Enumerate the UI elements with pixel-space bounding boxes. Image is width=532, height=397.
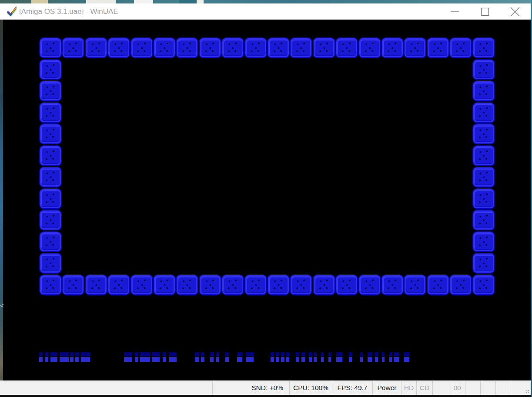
clipped-scroll-text-fragment (169, 352, 177, 362)
wall-tile (40, 275, 61, 294)
maximize-button[interactable] (475, 3, 495, 20)
status-empty-2 (465, 381, 481, 395)
clipped-scroll-text-fragment (328, 352, 331, 362)
wall-tile (473, 146, 494, 165)
wall-tile (291, 275, 311, 294)
clipped-scroll-text-fragment (225, 352, 229, 362)
clipped-scroll-text-fragment (404, 352, 409, 362)
desktop-wallpaper-top-strip (0, 0, 531, 3)
wall-tile (245, 275, 266, 294)
status-sound: SND: +0% (213, 381, 290, 395)
wall-tile (131, 275, 152, 294)
wall-tile (382, 275, 403, 294)
clipped-scroll-text-fragment (276, 352, 279, 362)
minimize-dash-icon (450, 7, 460, 17)
clipped-scroll-text-fragment (75, 352, 79, 362)
wall-tile (473, 232, 494, 251)
wall-tile (268, 275, 289, 294)
wall-tile (473, 189, 494, 208)
clipped-scroll-text-fragment (281, 352, 284, 362)
wall-tile (154, 275, 175, 294)
clipped-scroll-text-fragment (296, 352, 299, 362)
resize-grip[interactable] (528, 392, 529, 393)
wall-tile (336, 275, 357, 294)
status-empty-1 (433, 381, 449, 395)
wall-tile (382, 38, 403, 57)
clipped-scroll-text-fragment (389, 352, 392, 362)
clipped-scroll-text-fragment (237, 352, 242, 362)
status-grip-cell (511, 381, 531, 395)
clipped-scroll-text-fragment (301, 352, 305, 362)
clipped-scroll-text-fragment (195, 352, 199, 362)
status-bar: SND: +0%CPU: 100%FPS: 49.7PowerHDCD00 (0, 380, 531, 395)
clipped-scroll-text-fragment (321, 352, 324, 362)
clipped-scroll-text-fragment (201, 352, 204, 362)
wall-tile (314, 275, 335, 294)
title-bar[interactable]: [Amiga OS 3.1.uae] - WinUAE (0, 3, 531, 20)
wall-tile (428, 38, 448, 57)
wall-tile (314, 38, 335, 57)
clipped-scroll-text-fragment (309, 352, 312, 362)
wall-tile (40, 167, 61, 187)
wall-tile (359, 275, 380, 294)
wall-tile (154, 38, 175, 57)
wall-tile (40, 210, 61, 230)
status-cd-led: CD (417, 381, 433, 395)
wall-tile (40, 232, 61, 251)
wall-tile (450, 275, 471, 294)
clipped-scroll-text-fragment (368, 352, 372, 362)
wall-tile (40, 146, 61, 165)
wall-tile (108, 38, 129, 57)
status-fps: FPS: 49.7 (332, 381, 373, 395)
wall-tile (245, 38, 266, 57)
clipped-scroll-text-fragment (349, 352, 352, 362)
wall-tile (63, 38, 84, 57)
clipped-scroll-text-fragment (286, 352, 289, 362)
window-title: [Amiga OS 3.1.uae] - WinUAE (19, 3, 118, 20)
wall-tile (428, 275, 448, 294)
clipped-scroll-text-fragment (210, 352, 214, 362)
winuae-window: < [Amiga OS 3.1.uae] - WinUAE (0, 0, 532, 397)
clipped-scroll-text-fragment (360, 352, 363, 362)
clipped-scroll-text-fragment (382, 352, 385, 362)
wall-tile (473, 275, 494, 294)
wall-tile (359, 38, 380, 57)
clipped-scroll-text-fragment (163, 352, 166, 362)
winuae-checkmark-icon (6, 6, 17, 17)
status-power-led: Power (373, 381, 402, 395)
maximize-square-icon (481, 7, 489, 16)
wall-tile (40, 189, 61, 208)
wall-tile (405, 38, 425, 57)
wallpaper-window-fragment (134, 0, 153, 3)
wall-tile (336, 38, 357, 57)
clipped-scroll-text-fragment (45, 352, 48, 362)
wall-tile (222, 38, 243, 57)
wall-tile (200, 275, 221, 294)
status-empty-3 (481, 381, 496, 395)
clipped-scroll-text-fragment (246, 352, 254, 362)
wall-tile (177, 275, 197, 294)
status-spacer (0, 381, 213, 395)
wallpaper-window-fragment (179, 0, 198, 3)
clipped-scroll-text-fragment (124, 352, 132, 362)
wall-tile (473, 254, 494, 273)
wall-tile (473, 124, 494, 143)
wall-tile (473, 167, 494, 187)
emulator-display[interactable] (3, 20, 531, 380)
clipped-scroll-text-fragment (135, 352, 138, 362)
status-track-counter: 00 (449, 381, 465, 395)
wall-tile (86, 38, 107, 57)
minimize-button[interactable] (445, 3, 465, 20)
status-empty-4 (496, 381, 511, 395)
close-button[interactable] (505, 3, 525, 20)
wall-tile (40, 38, 61, 57)
window-bottom-edge (0, 395, 531, 397)
wall-tile (131, 38, 152, 57)
wall-tile (291, 38, 311, 57)
status-cpu: CPU: 100% (290, 381, 332, 395)
wall-tile (200, 38, 221, 57)
wall-tile (108, 275, 129, 294)
clipped-scroll-text-fragment (336, 352, 342, 362)
clipped-scroll-text-fragment (152, 352, 160, 362)
desktop-wallpaper-left-strip (0, 20, 3, 395)
